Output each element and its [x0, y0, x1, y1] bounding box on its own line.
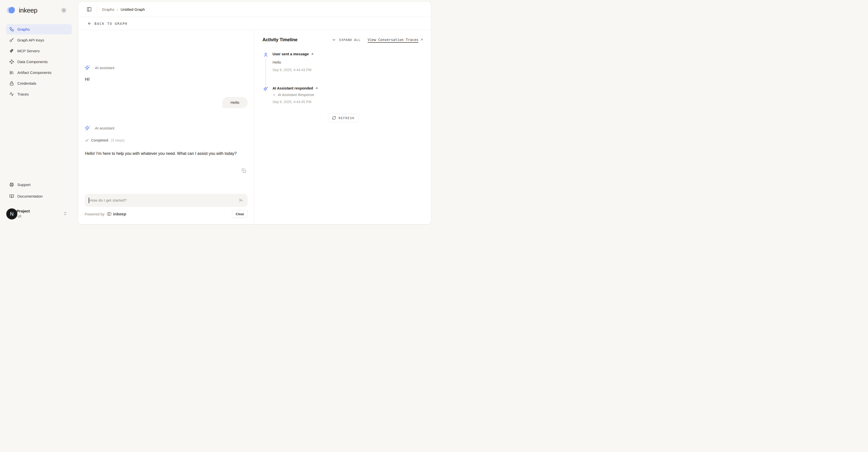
back-to-graph-button[interactable]: BACK TO GRAPH	[78, 17, 431, 30]
arrow-up-right-icon	[420, 38, 424, 41]
life-buoy-icon	[9, 182, 14, 187]
sparkles-icon	[84, 125, 91, 131]
chevron-right-icon	[273, 93, 276, 96]
arrow-up-right-icon	[315, 87, 318, 90]
sidebar: inkeep Graphs Graph AP	[0, 0, 78, 226]
sidebar-item-credentials[interactable]: Credentials	[6, 78, 72, 88]
lock-icon	[9, 81, 14, 86]
key-icon	[9, 38, 14, 43]
steps-count: (3 steps)	[111, 138, 125, 142]
user-icon	[263, 52, 268, 57]
arrow-up-right-icon	[311, 53, 314, 56]
assistant-name: AI assistant	[95, 126, 115, 130]
main-panel: Graphs › Untitled Graph BACK TO GRAPH	[78, 2, 431, 224]
sidebar-item-label: Documentation	[17, 194, 43, 198]
chevrons-up-down-icon[interactable]	[63, 211, 67, 216]
user-message-bubble: Hello	[222, 97, 248, 108]
refresh-icon	[332, 116, 336, 120]
back-to-graph-label: BACK TO GRAPH	[94, 22, 128, 26]
page-header: Graphs › Untitled Graph	[78, 2, 431, 17]
sidebar-item-label: Credentials	[17, 81, 36, 85]
clear-button[interactable]: Clear	[232, 210, 248, 218]
sidebar-item-label: Graphs	[17, 27, 30, 31]
book-open-icon	[9, 194, 14, 199]
activity-icon	[9, 92, 14, 96]
timeline-title: Activity Timeline	[262, 37, 298, 43]
breadcrumb-graphs[interactable]: Graphs	[102, 7, 114, 11]
sidebar-item-label: Data Components	[17, 60, 48, 64]
send-icon[interactable]	[238, 197, 244, 203]
project-selector[interactable]: Project ult N	[6, 208, 72, 221]
sidebar-header: inkeep	[6, 6, 72, 15]
sparkles-icon	[263, 86, 268, 91]
sidebar-item-traces[interactable]: Traces	[6, 89, 72, 99]
activity-timeline-panel: Activity Timeline EXPAND ALL View Conver…	[254, 30, 431, 224]
assistant-header: AI assistant	[84, 125, 115, 131]
sidebar-item-label: Artifact Components	[17, 70, 52, 75]
timeline-event-timestamp: Sep 6, 2025, 4:44:43 PM	[273, 68, 311, 72]
sidebar-item-graphs[interactable]: Graphs	[6, 24, 72, 34]
refresh-button[interactable]: REFRESH	[328, 114, 359, 122]
sidebar-item-data-components[interactable]: Data Components	[6, 57, 72, 67]
breadcrumb-current: Untitled Graph	[121, 7, 145, 11]
event-title-text: AI Assistant responded	[273, 86, 313, 90]
timeline-event-timestamp: Sep 6, 2025, 4:44:45 PM	[273, 100, 311, 104]
sidebar-item-label: MCP Servers	[17, 49, 40, 53]
timeline-event-title[interactable]: User sent a message	[273, 52, 314, 56]
assistant-header: AI assistant	[84, 65, 115, 71]
copy-icon[interactable]	[241, 168, 246, 173]
view-traces-label: View Conversation Traces	[368, 38, 418, 42]
arrow-left-icon	[87, 21, 92, 26]
timeline-connector	[266, 58, 266, 85]
sidebar-item-label: Graph API Keys	[17, 38, 44, 42]
project-name: Project	[17, 209, 30, 214]
assistant-message: Hi!	[85, 77, 90, 82]
project-subtitle: ult	[18, 214, 21, 218]
sidebar-item-label: Traces	[17, 92, 29, 96]
inkeep-glyph-icon	[106, 212, 112, 216]
chat-input[interactable]: How do I get started?	[85, 194, 248, 207]
panel-left-toggle-icon[interactable]	[87, 7, 92, 12]
timeline-event-title[interactable]: AI Assistant responded	[273, 86, 318, 90]
timeline-header: Activity Timeline EXPAND ALL View Conver…	[262, 36, 424, 43]
powered-by-brand: inkeep	[113, 212, 126, 217]
expander-label: AI Assistant Response	[278, 93, 314, 97]
workflow-icon	[9, 27, 14, 32]
chat-panel: AI assistant Hi! Hello AI assistant	[78, 30, 254, 224]
avatar: N	[6, 208, 17, 220]
assistant-message: Hello! I'm here to help you with whateve…	[85, 150, 248, 157]
chat-footer: Powered by inkeep Clear	[85, 210, 248, 218]
status-label: Completed	[91, 138, 108, 142]
assistant-name: AI assistant	[95, 66, 115, 70]
refresh-label: REFRESH	[339, 116, 354, 120]
inkeep-logo: inkeep	[6, 6, 37, 14]
inkeep-wordmark: inkeep	[19, 6, 37, 14]
sidebar-item-mcp-servers[interactable]: MCP Servers	[6, 46, 72, 56]
timeline-event-body: Hello	[273, 60, 281, 64]
expand-all-button[interactable]: EXPAND ALL	[339, 38, 361, 42]
powered-by-label: Powered by	[85, 212, 104, 216]
sidebar-item-support[interactable]: Support	[6, 179, 72, 190]
sidebar-item-artifact-components[interactable]: Artifact Components	[6, 67, 72, 78]
text-caret	[89, 198, 89, 203]
inkeep-logo-icon	[6, 6, 17, 14]
mcp-icon	[9, 49, 14, 53]
ai-assistant-response-expander[interactable]: AI Assistant Response	[273, 93, 314, 97]
sidebar-item-graph-api-keys[interactable]: Graph API Keys	[6, 35, 72, 45]
view-conversation-traces-link[interactable]: View Conversation Traces	[368, 38, 424, 42]
sun-icon[interactable]	[61, 7, 67, 13]
sidebar-item-documentation[interactable]: Documentation	[6, 191, 72, 201]
header-divider	[97, 6, 97, 12]
sidebar-footer-nav: Support Documentation	[6, 179, 72, 201]
breadcrumb-separator: ›	[117, 7, 118, 11]
library-icon	[9, 70, 14, 75]
breadcrumb: Graphs › Untitled Graph	[102, 7, 145, 11]
event-title-text: User sent a message	[273, 52, 309, 56]
sparkles-icon	[84, 65, 91, 71]
component-icon	[9, 59, 14, 64]
completion-status[interactable]: Completed (3 steps)	[85, 138, 125, 142]
chat-input-placeholder: How do I get started?	[90, 198, 127, 203]
check-icon	[85, 138, 89, 142]
chevron-down-icon[interactable]	[332, 38, 336, 42]
sidebar-nav: Graphs Graph API Keys MCP Servers	[6, 24, 72, 99]
